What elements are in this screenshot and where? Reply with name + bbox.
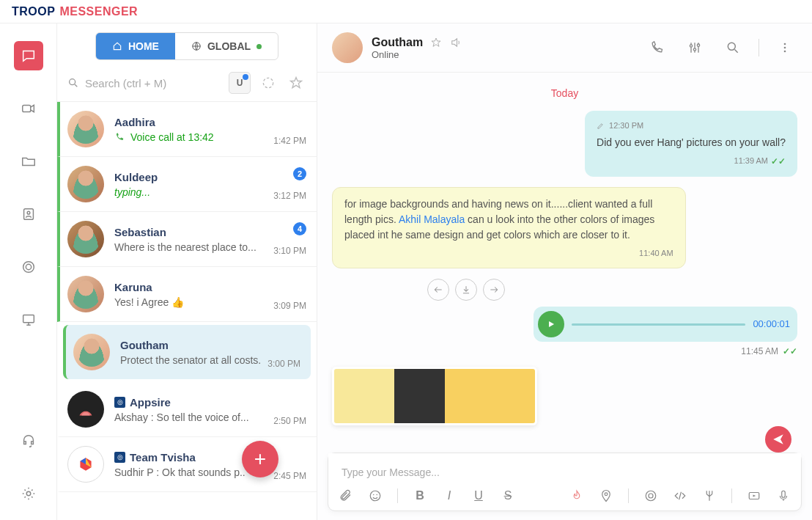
- rail-settings-icon[interactable]: [14, 479, 43, 508]
- messages-area: Today 12:30 PM Did you ever Hang' pictur…: [317, 73, 812, 447]
- edit-icon: [597, 122, 605, 130]
- nav-rail: [0, 23, 57, 520]
- read-ticks-icon: ✓✓: [771, 155, 786, 168]
- strikethrough-icon[interactable]: S: [501, 488, 515, 503]
- search-conversation-icon[interactable]: [720, 35, 745, 60]
- play-button[interactable]: [538, 311, 564, 337]
- chat-item-team-tvisha[interactable]: ◎ Team Tvisha Sudhir P : Ok that sounds …: [57, 437, 317, 492]
- tab-global[interactable]: GLOBAL: [175, 33, 278, 59]
- edit-time: 12:30 PM: [609, 120, 643, 132]
- svg-point-19: [377, 494, 378, 496]
- rail-monitor-icon[interactable]: [14, 305, 43, 334]
- svg-point-20: [605, 493, 608, 496]
- svg-point-14: [784, 43, 786, 45]
- rail-headset-icon[interactable]: [14, 426, 43, 455]
- message-outgoing[interactable]: 12:30 PM Did you ever Hang' pictures on …: [585, 111, 797, 177]
- chat-name: Sebastian: [114, 226, 306, 238]
- chat-item-kuldeep[interactable]: Kuldeep typing... 2 3:12 PM: [57, 157, 317, 212]
- settings-sliders-icon[interactable]: [682, 35, 707, 60]
- svg-point-22: [649, 494, 653, 498]
- svg-point-7: [193, 43, 201, 51]
- audio-waveform[interactable]: [572, 323, 745, 326]
- send-button[interactable]: [765, 426, 791, 453]
- tab-global-label: GLOBAL: [207, 40, 251, 52]
- chat-item-appsire[interactable]: ◎ Appsire Akshay : So tell the voice of.…: [57, 382, 317, 437]
- global-status-dot: [256, 44, 262, 49]
- svg-point-6: [26, 491, 31, 496]
- chat-item-sebastian[interactable]: Sebastian Where is the nearest place to.…: [57, 212, 317, 267]
- svg-rect-24: [782, 491, 786, 497]
- svg-point-2: [27, 211, 30, 214]
- message-incoming[interactable]: for image backgrounds and having news on…: [332, 187, 686, 269]
- call-button[interactable]: [644, 35, 669, 60]
- rail-chat-icon[interactable]: [14, 41, 43, 70]
- chat-item-goutham[interactable]: Goutham Protect the senator at all costs…: [63, 325, 311, 379]
- svg-point-3: [23, 262, 34, 273]
- rail-circle-icon[interactable]: [14, 252, 43, 282]
- rail-contacts-icon[interactable]: [14, 199, 43, 229]
- refresh-icon[interactable]: [258, 73, 278, 93]
- chat-item-karuna[interactable]: Karuna Yes! i Agree 👍 3:09 PM: [57, 267, 317, 322]
- avatar: [67, 111, 104, 147]
- message-text: Did you ever Hang' pictures on your wall…: [597, 136, 786, 148]
- brand-messenger: MESSENGER: [59, 5, 138, 18]
- svg-point-11: [693, 48, 695, 51]
- rail-video-icon[interactable]: [14, 94, 43, 123]
- header-avatar[interactable]: [332, 32, 363, 63]
- svg-point-16: [784, 51, 786, 53]
- unread-filter-button[interactable]: U: [229, 72, 251, 94]
- message-time: 11:40 AM: [639, 247, 673, 260]
- favorite-filter-icon[interactable]: [286, 73, 306, 93]
- message-time: 11:39 AM: [734, 155, 768, 167]
- download-icon[interactable]: [455, 279, 477, 301]
- header-name: Goutham: [372, 36, 423, 49]
- italic-icon[interactable]: I: [442, 488, 457, 503]
- star-icon[interactable]: [430, 37, 442, 48]
- audio-duration: 00:00:01: [753, 317, 790, 332]
- chat-time: 3:09 PM: [273, 301, 306, 311]
- search-input[interactable]: [85, 77, 221, 89]
- chat-name: Appsire: [130, 396, 171, 409]
- burn-icon[interactable]: [569, 488, 584, 503]
- view-tab-group: HOME GLOBAL: [95, 32, 278, 60]
- record-icon[interactable]: [643, 488, 658, 503]
- mic-icon[interactable]: [776, 488, 791, 503]
- svg-point-10: [690, 45, 692, 47]
- brand-bar: TROOP MESSENGER: [0, 0, 812, 23]
- chat-pane: Goutham Online: [317, 23, 812, 520]
- video-message-icon[interactable]: [747, 488, 761, 503]
- fab-new-chat[interactable]: +: [242, 441, 278, 477]
- avatar: [67, 221, 104, 257]
- brand-troop: TROOP: [12, 5, 55, 18]
- svg-rect-0: [22, 105, 30, 111]
- location-icon[interactable]: [599, 488, 613, 503]
- tab-home-label: HOME: [128, 40, 159, 52]
- tab-home[interactable]: HOME: [96, 33, 175, 59]
- compose-input[interactable]: [328, 453, 801, 483]
- chat-item-aadhira[interactable]: Aadhira Voice call at 13:42 1:42 PM: [57, 102, 317, 157]
- header-status: Online: [372, 49, 644, 60]
- chat-time: 2:45 PM: [273, 471, 306, 481]
- audio-message[interactable]: 00:00:01: [534, 307, 797, 342]
- speaker-icon[interactable]: [449, 36, 462, 49]
- rail-folder-icon[interactable]: [14, 147, 43, 176]
- image-attachment[interactable]: [332, 367, 537, 425]
- chat-time: 2:50 PM: [273, 416, 306, 426]
- attach-icon[interactable]: [339, 488, 353, 503]
- forkout-icon[interactable]: [702, 488, 717, 503]
- sidebar: HOME GLOBAL U: [57, 23, 317, 520]
- chat-name: Kuldeep: [114, 171, 306, 183]
- forward-icon[interactable]: [483, 279, 505, 301]
- mention-link[interactable]: Akhil Malayala: [399, 213, 465, 225]
- call-icon: [114, 132, 125, 142]
- emoji-icon[interactable]: [368, 488, 383, 503]
- code-icon[interactable]: [673, 488, 687, 503]
- group-badge-icon: ◎: [114, 452, 125, 463]
- more-menu-icon[interactable]: [772, 35, 797, 60]
- underline-icon[interactable]: U: [471, 488, 486, 503]
- date-separator: Today: [332, 87, 797, 99]
- chat-time: 3:12 PM: [273, 191, 306, 201]
- svg-point-15: [784, 47, 786, 49]
- bold-icon[interactable]: B: [413, 488, 427, 503]
- reply-back-icon[interactable]: [427, 279, 449, 301]
